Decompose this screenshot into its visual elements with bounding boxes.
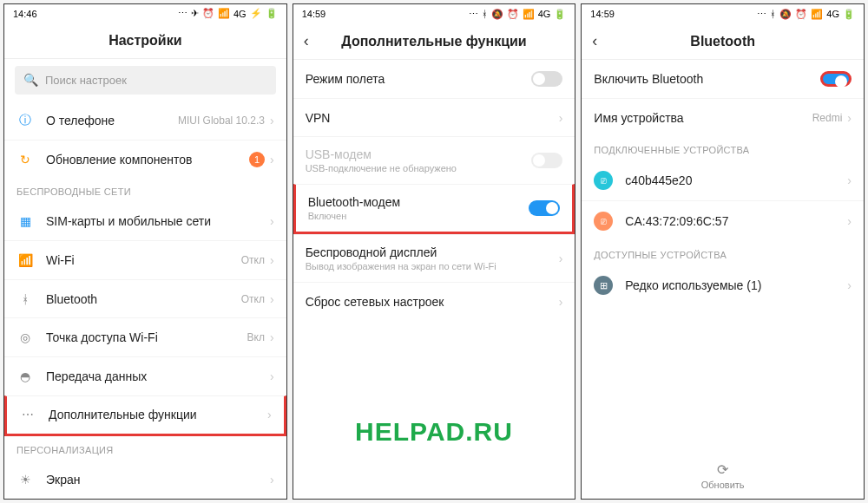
search-placeholder: Поиск настроек — [45, 74, 127, 87]
chevron-right-icon: › — [847, 111, 852, 125]
chevron-right-icon: › — [270, 473, 274, 487]
back-button[interactable]: ‹ — [592, 32, 597, 50]
row-about-phone[interactable]: ⓘ О телефоне MIUI Global 10.2.3 › — [4, 101, 286, 140]
display-icon: ☀ — [16, 471, 34, 488]
row-value: Вкл — [247, 331, 265, 343]
row-bluetooth[interactable]: ᚼ Bluetooth Откл › — [4, 279, 286, 318]
chevron-right-icon: › — [847, 278, 852, 292]
row-label: О телефоне — [46, 114, 178, 127]
row-wireless-display[interactable]: Беспроводной дисплей Вывод изображения н… — [293, 234, 575, 282]
refresh-button[interactable]: ⟳ Обновить — [582, 461, 864, 490]
page-title: Дополнительные функции — [341, 34, 526, 49]
chevron-right-icon: › — [270, 369, 274, 383]
toggle-usb — [531, 153, 562, 168]
row-label: Режим полета — [306, 72, 532, 86]
toggle-bt-tether[interactable] — [529, 200, 560, 216]
row-label: SIM-карты и мобильные сети — [46, 214, 270, 228]
section-available: ДОСТУПНЫЕ УСТРОЙСТВА — [582, 241, 864, 265]
row-label: VPN — [306, 111, 559, 125]
status-bar: 14:59 ⋯ᚼ🔕⏰📶 4G🔋 — [293, 4, 575, 23]
row-hotspot[interactable]: ◎ Точка доступа Wi-Fi Вкл › — [4, 317, 286, 356]
row-label: Включить Bluetooth — [594, 72, 820, 86]
section-connected: ПОДКЛЮЧЕННЫЕ УСТРОЙСТВА — [582, 136, 864, 160]
row-label: Bluetooth — [46, 292, 241, 306]
row-label: Имя устройства — [594, 111, 812, 125]
row-label: Редко используемые (1) — [625, 278, 847, 292]
section-personalization: ПЕРСОНАЛИЗАЦИЯ — [4, 436, 286, 461]
device-icon: ⊞ — [594, 276, 613, 295]
chevron-right-icon: › — [559, 252, 563, 265]
row-label: Обновление компонентов — [46, 153, 249, 167]
row-label: CA:43:72:09:6C:57 — [625, 214, 847, 228]
wifi-icon: 📶 — [16, 252, 34, 269]
chevron-right-icon: › — [270, 114, 274, 127]
row-value: Откл — [241, 293, 265, 305]
update-icon: ↻ — [16, 151, 34, 168]
row-vpn[interactable]: VPN › — [293, 98, 575, 136]
chevron-right-icon: › — [270, 292, 274, 306]
row-device-name[interactable]: Имя устройства Redmi › — [582, 98, 864, 136]
status-icons: ⋯✈⏰📶 4G⚡🔋 — [178, 8, 278, 19]
back-button[interactable]: ‹ — [304, 32, 309, 50]
row-update[interactable]: ↻ Обновление компонентов 1 › — [4, 140, 286, 179]
row-label: Передача данных — [46, 369, 270, 383]
row-label: Сброс сетевых настроек — [306, 295, 559, 309]
screen-settings: 14:46 ⋯✈⏰📶 4G⚡🔋 Настройки 🔍 Поиск настро… — [3, 3, 287, 500]
clock: 14:46 — [13, 9, 37, 19]
chevron-right-icon: › — [267, 408, 272, 421]
row-device-2[interactable]: ⎚ CA:43:72:09:6C:57 › — [582, 200, 864, 241]
device-icon: ⎚ — [594, 171, 613, 190]
chevron-right-icon: › — [270, 153, 274, 167]
bluetooth-icon: ᚼ — [16, 291, 34, 308]
row-label: c40b445e20 — [625, 173, 847, 187]
row-label: USB-модем — [306, 147, 532, 161]
status-icons: ⋯ᚼ🔕⏰📶 4G🔋 — [469, 9, 567, 20]
row-sub: USB-подключение не обнаружено — [306, 163, 532, 173]
row-label: Экран — [46, 473, 270, 487]
row-value: MIUI Global 10.2.3 — [178, 114, 265, 127]
update-badge: 1 — [249, 152, 265, 167]
search-input[interactable]: 🔍 Поиск настроек — [15, 66, 276, 95]
row-label: Wi-Fi — [46, 253, 241, 267]
chevron-right-icon: › — [270, 214, 274, 228]
more-icon: ⋯ — [19, 406, 36, 423]
row-data-usage[interactable]: ◓ Передача данных › — [4, 356, 286, 395]
row-rarely-used[interactable]: ⊞ Редко используемые (1) › — [582, 265, 864, 305]
row-enable-bluetooth[interactable]: Включить Bluetooth — [582, 60, 864, 98]
screen-bluetooth: 14:59 ⋯ᚼ🔕⏰📶 4G🔋 ‹ Bluetooth Включить Blu… — [581, 3, 865, 500]
row-airplane-mode[interactable]: Режим полета — [293, 60, 575, 98]
data-icon: ◓ — [16, 368, 34, 385]
refresh-label: Обновить — [701, 480, 745, 490]
header: Настройки — [4, 23, 286, 59]
status-bar: 14:46 ⋯✈⏰📶 4G⚡🔋 — [4, 4, 286, 23]
row-device-1[interactable]: ⎚ c40b445e20 › — [582, 160, 864, 200]
row-label: Точка доступа Wi-Fi — [46, 330, 247, 344]
row-network-reset[interactable]: Сброс сетевых настроек › — [293, 282, 575, 320]
toggle-airplane[interactable] — [531, 71, 562, 87]
row-more-functions[interactable]: ⋯ Дополнительные функции › — [4, 395, 286, 437]
chevron-right-icon: › — [270, 330, 274, 344]
row-sim[interactable]: ▦ SIM-карты и мобильные сети › — [4, 202, 286, 240]
status-icons: ⋯ᚼ🔕⏰📶 4G🔋 — [757, 9, 855, 20]
header: ‹ Дополнительные функции — [293, 23, 575, 60]
row-value: Откл — [241, 254, 265, 266]
row-wifi[interactable]: 📶 Wi-Fi Откл › — [4, 240, 286, 279]
clock: 14:59 — [590, 9, 615, 19]
clock: 14:59 — [302, 9, 326, 19]
row-label: Дополнительные функции — [49, 408, 267, 421]
row-usb-tether: USB-модем USB-подключение не обнаружено — [293, 136, 575, 184]
chevron-right-icon: › — [847, 214, 852, 228]
hotspot-icon: ◎ — [16, 329, 34, 346]
row-bt-tether[interactable]: Bluetooth-модем Включен — [293, 184, 575, 234]
refresh-icon: ⟳ — [582, 461, 864, 478]
screen-more-functions: 14:59 ⋯ᚼ🔕⏰📶 4G🔋 ‹ Дополнительные функции… — [293, 3, 576, 500]
header: ‹ Bluetooth — [582, 23, 864, 60]
row-sub: Включен — [308, 211, 529, 221]
row-display[interactable]: ☀ Экран › — [4, 461, 286, 499]
sim-icon: ▦ — [16, 212, 34, 230]
toggle-bluetooth[interactable] — [820, 71, 852, 87]
section-wireless: БЕСПРОВОДНЫЕ СЕТИ — [4, 178, 286, 202]
chevron-right-icon: › — [847, 173, 852, 187]
watermark: HELPAD.RU — [293, 417, 575, 447]
info-icon: ⓘ — [16, 112, 34, 129]
